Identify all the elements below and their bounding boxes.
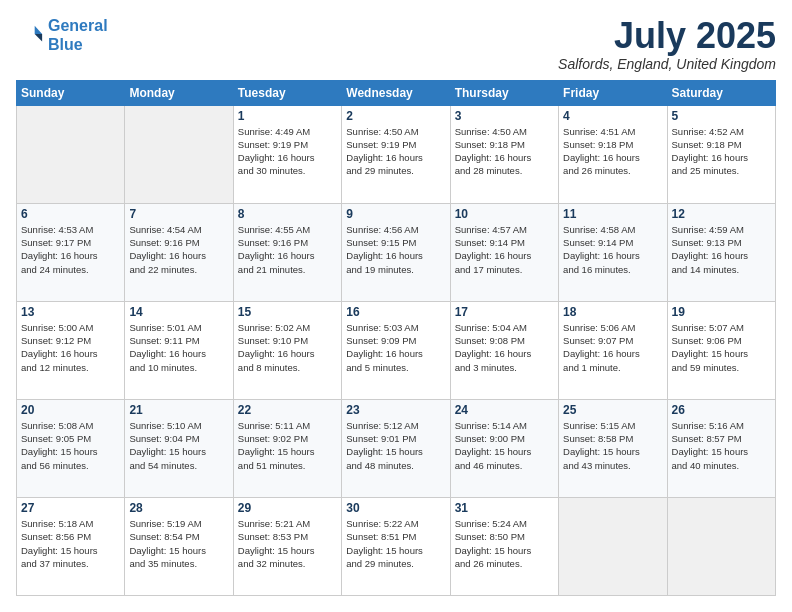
calendar-cell: 15Sunrise: 5:02 AM Sunset: 9:10 PM Dayli… bbox=[233, 301, 341, 399]
day-number: 4 bbox=[563, 109, 662, 123]
calendar-cell: 14Sunrise: 5:01 AM Sunset: 9:11 PM Dayli… bbox=[125, 301, 233, 399]
day-number: 30 bbox=[346, 501, 445, 515]
day-detail: Sunrise: 4:56 AM Sunset: 9:15 PM Dayligh… bbox=[346, 223, 445, 276]
day-detail: Sunrise: 4:49 AM Sunset: 9:19 PM Dayligh… bbox=[238, 125, 337, 178]
day-number: 7 bbox=[129, 207, 228, 221]
day-number: 15 bbox=[238, 305, 337, 319]
day-detail: Sunrise: 5:01 AM Sunset: 9:11 PM Dayligh… bbox=[129, 321, 228, 374]
day-detail: Sunrise: 4:52 AM Sunset: 9:18 PM Dayligh… bbox=[672, 125, 771, 178]
header-saturday: Saturday bbox=[667, 80, 775, 105]
day-detail: Sunrise: 4:54 AM Sunset: 9:16 PM Dayligh… bbox=[129, 223, 228, 276]
calendar-week-1: 6Sunrise: 4:53 AM Sunset: 9:17 PM Daylig… bbox=[17, 203, 776, 301]
logo-text: General Blue bbox=[48, 16, 108, 54]
header-wednesday: Wednesday bbox=[342, 80, 450, 105]
calendar-cell: 29Sunrise: 5:21 AM Sunset: 8:53 PM Dayli… bbox=[233, 497, 341, 595]
page: General Blue July 2025 Salfords, England… bbox=[0, 0, 792, 612]
calendar-table: Sunday Monday Tuesday Wednesday Thursday… bbox=[16, 80, 776, 596]
day-detail: Sunrise: 5:22 AM Sunset: 8:51 PM Dayligh… bbox=[346, 517, 445, 570]
calendar-cell: 27Sunrise: 5:18 AM Sunset: 8:56 PM Dayli… bbox=[17, 497, 125, 595]
day-detail: Sunrise: 4:58 AM Sunset: 9:14 PM Dayligh… bbox=[563, 223, 662, 276]
day-number: 29 bbox=[238, 501, 337, 515]
calendar-cell: 22Sunrise: 5:11 AM Sunset: 9:02 PM Dayli… bbox=[233, 399, 341, 497]
calendar-cell: 20Sunrise: 5:08 AM Sunset: 9:05 PM Dayli… bbox=[17, 399, 125, 497]
day-number: 16 bbox=[346, 305, 445, 319]
calendar-cell bbox=[17, 105, 125, 203]
header-friday: Friday bbox=[559, 80, 667, 105]
day-number: 22 bbox=[238, 403, 337, 417]
day-detail: Sunrise: 4:57 AM Sunset: 9:14 PM Dayligh… bbox=[455, 223, 554, 276]
day-number: 20 bbox=[21, 403, 120, 417]
day-detail: Sunrise: 5:15 AM Sunset: 8:58 PM Dayligh… bbox=[563, 419, 662, 472]
calendar-cell: 8Sunrise: 4:55 AM Sunset: 9:16 PM Daylig… bbox=[233, 203, 341, 301]
day-detail: Sunrise: 5:11 AM Sunset: 9:02 PM Dayligh… bbox=[238, 419, 337, 472]
calendar-cell: 10Sunrise: 4:57 AM Sunset: 9:14 PM Dayli… bbox=[450, 203, 558, 301]
day-detail: Sunrise: 4:55 AM Sunset: 9:16 PM Dayligh… bbox=[238, 223, 337, 276]
calendar-cell: 19Sunrise: 5:07 AM Sunset: 9:06 PM Dayli… bbox=[667, 301, 775, 399]
day-detail: Sunrise: 5:16 AM Sunset: 8:57 PM Dayligh… bbox=[672, 419, 771, 472]
day-number: 11 bbox=[563, 207, 662, 221]
day-number: 14 bbox=[129, 305, 228, 319]
day-detail: Sunrise: 5:06 AM Sunset: 9:07 PM Dayligh… bbox=[563, 321, 662, 374]
month-title: July 2025 bbox=[558, 16, 776, 56]
calendar-cell: 11Sunrise: 4:58 AM Sunset: 9:14 PM Dayli… bbox=[559, 203, 667, 301]
calendar-cell: 9Sunrise: 4:56 AM Sunset: 9:15 PM Daylig… bbox=[342, 203, 450, 301]
day-detail: Sunrise: 5:04 AM Sunset: 9:08 PM Dayligh… bbox=[455, 321, 554, 374]
day-number: 9 bbox=[346, 207, 445, 221]
day-number: 1 bbox=[238, 109, 337, 123]
day-detail: Sunrise: 5:21 AM Sunset: 8:53 PM Dayligh… bbox=[238, 517, 337, 570]
calendar-week-4: 27Sunrise: 5:18 AM Sunset: 8:56 PM Dayli… bbox=[17, 497, 776, 595]
day-number: 17 bbox=[455, 305, 554, 319]
day-detail: Sunrise: 5:14 AM Sunset: 9:00 PM Dayligh… bbox=[455, 419, 554, 472]
day-number: 18 bbox=[563, 305, 662, 319]
day-number: 5 bbox=[672, 109, 771, 123]
day-detail: Sunrise: 5:19 AM Sunset: 8:54 PM Dayligh… bbox=[129, 517, 228, 570]
calendar-cell: 1Sunrise: 4:49 AM Sunset: 9:19 PM Daylig… bbox=[233, 105, 341, 203]
calendar-cell: 25Sunrise: 5:15 AM Sunset: 8:58 PM Dayli… bbox=[559, 399, 667, 497]
day-number: 2 bbox=[346, 109, 445, 123]
title-block: July 2025 Salfords, England, United King… bbox=[558, 16, 776, 72]
calendar-cell bbox=[125, 105, 233, 203]
calendar-cell: 30Sunrise: 5:22 AM Sunset: 8:51 PM Dayli… bbox=[342, 497, 450, 595]
header-tuesday: Tuesday bbox=[233, 80, 341, 105]
calendar-week-2: 13Sunrise: 5:00 AM Sunset: 9:12 PM Dayli… bbox=[17, 301, 776, 399]
day-detail: Sunrise: 5:12 AM Sunset: 9:01 PM Dayligh… bbox=[346, 419, 445, 472]
calendar-cell: 17Sunrise: 5:04 AM Sunset: 9:08 PM Dayli… bbox=[450, 301, 558, 399]
day-number: 25 bbox=[563, 403, 662, 417]
calendar-cell: 18Sunrise: 5:06 AM Sunset: 9:07 PM Dayli… bbox=[559, 301, 667, 399]
day-detail: Sunrise: 4:59 AM Sunset: 9:13 PM Dayligh… bbox=[672, 223, 771, 276]
day-detail: Sunrise: 4:53 AM Sunset: 9:17 PM Dayligh… bbox=[21, 223, 120, 276]
logo-line2: Blue bbox=[48, 36, 83, 53]
calendar-cell: 21Sunrise: 5:10 AM Sunset: 9:04 PM Dayli… bbox=[125, 399, 233, 497]
calendar-cell: 16Sunrise: 5:03 AM Sunset: 9:09 PM Dayli… bbox=[342, 301, 450, 399]
calendar-cell: 28Sunrise: 5:19 AM Sunset: 8:54 PM Dayli… bbox=[125, 497, 233, 595]
calendar-cell: 23Sunrise: 5:12 AM Sunset: 9:01 PM Dayli… bbox=[342, 399, 450, 497]
header-thursday: Thursday bbox=[450, 80, 558, 105]
calendar-cell: 12Sunrise: 4:59 AM Sunset: 9:13 PM Dayli… bbox=[667, 203, 775, 301]
day-number: 13 bbox=[21, 305, 120, 319]
calendar-cell: 2Sunrise: 4:50 AM Sunset: 9:19 PM Daylig… bbox=[342, 105, 450, 203]
svg-marker-1 bbox=[35, 34, 42, 41]
calendar-week-0: 1Sunrise: 4:49 AM Sunset: 9:19 PM Daylig… bbox=[17, 105, 776, 203]
svg-marker-0 bbox=[35, 26, 42, 34]
header-monday: Monday bbox=[125, 80, 233, 105]
day-number: 27 bbox=[21, 501, 120, 515]
calendar-header-row: Sunday Monday Tuesday Wednesday Thursday… bbox=[17, 80, 776, 105]
day-detail: Sunrise: 5:07 AM Sunset: 9:06 PM Dayligh… bbox=[672, 321, 771, 374]
logo-icon bbox=[16, 21, 44, 49]
day-number: 19 bbox=[672, 305, 771, 319]
location: Salfords, England, United Kingdom bbox=[558, 56, 776, 72]
calendar-cell bbox=[559, 497, 667, 595]
logo: General Blue bbox=[16, 16, 108, 54]
logo-line1: General bbox=[48, 17, 108, 34]
day-number: 28 bbox=[129, 501, 228, 515]
day-detail: Sunrise: 5:24 AM Sunset: 8:50 PM Dayligh… bbox=[455, 517, 554, 570]
day-detail: Sunrise: 5:00 AM Sunset: 9:12 PM Dayligh… bbox=[21, 321, 120, 374]
day-number: 24 bbox=[455, 403, 554, 417]
header-sunday: Sunday bbox=[17, 80, 125, 105]
day-number: 12 bbox=[672, 207, 771, 221]
day-number: 6 bbox=[21, 207, 120, 221]
calendar-cell: 5Sunrise: 4:52 AM Sunset: 9:18 PM Daylig… bbox=[667, 105, 775, 203]
day-number: 31 bbox=[455, 501, 554, 515]
calendar-cell: 13Sunrise: 5:00 AM Sunset: 9:12 PM Dayli… bbox=[17, 301, 125, 399]
calendar-cell: 3Sunrise: 4:50 AM Sunset: 9:18 PM Daylig… bbox=[450, 105, 558, 203]
